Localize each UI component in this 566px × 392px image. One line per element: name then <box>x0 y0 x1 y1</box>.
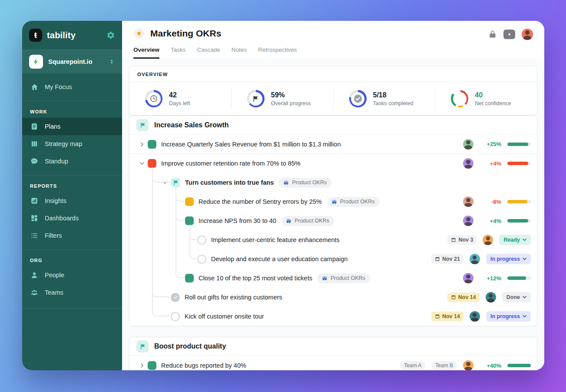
tree-guide-elbow <box>189 249 196 259</box>
team-tag[interactable]: Team B <box>431 361 457 370</box>
chevron-down-icon[interactable] <box>136 160 148 166</box>
kr-status-square <box>148 361 156 370</box>
task-circle-icon[interactable] <box>197 236 206 245</box>
row-right: -8% <box>463 196 531 207</box>
okr-row[interactable]: Turn customers into true fansProduct OKR… <box>129 173 537 192</box>
sidebar: ŧ tability Squarepoint.io My FocusWORKPl… <box>22 21 122 370</box>
status-dropdown[interactable]: In progress <box>486 254 531 264</box>
progress-delta: +4% <box>480 218 501 224</box>
product-okrs-tag[interactable]: Product OKRs <box>327 197 380 207</box>
okr-row[interactable]: Improve customer retention rate from 70%… <box>129 154 537 173</box>
metric-ring <box>451 90 468 107</box>
tree-guide-line <box>152 211 153 230</box>
workspace-switcher[interactable]: Squarepoint.io <box>22 50 122 74</box>
product-okrs-tag[interactable]: Product OKRs <box>281 216 334 226</box>
chat-icon <box>30 157 39 166</box>
kr-status-square <box>185 274 194 282</box>
row-title: Kick off customer onsite tour <box>185 313 264 320</box>
lock-icon[interactable] <box>488 30 497 39</box>
row-right: +12% <box>463 273 531 283</box>
metric-days-left: 42Days left <box>129 87 231 110</box>
task-done-icon[interactable] <box>171 293 180 302</box>
sidebar-item-strategy-map[interactable]: Strategy map <box>22 135 122 153</box>
progress-delta: +4% <box>480 160 501 167</box>
sidebar-nav: My FocusWORKPlansStrategy mapStandupREPO… <box>22 74 122 370</box>
tab-notes[interactable]: Notes <box>232 47 247 59</box>
status-dropdown[interactable]: In progress <box>486 311 531 322</box>
tree-guide-line <box>175 230 176 249</box>
user-avatar[interactable] <box>522 29 533 40</box>
tab-overview[interactable]: Overview <box>133 47 159 59</box>
row-right: Team ATeam B+40% <box>400 360 531 370</box>
metric-text: 40Net confidence <box>475 91 511 106</box>
tab-retrospectives[interactable]: Retrospectives <box>258 47 297 59</box>
row-title: Develop and execute a user education cam… <box>211 256 348 262</box>
tab-cascade[interactable]: Cascade <box>197 47 220 59</box>
okr-row[interactable]: Roll out gifts for existing customersNov… <box>129 288 537 307</box>
sidebar-item-dashboards[interactable]: Dashboards <box>22 209 122 227</box>
product-okrs-tag[interactable]: Product OKRs <box>318 273 370 283</box>
sidebar-item-standup[interactable]: Standup <box>22 153 122 170</box>
status-dropdown[interactable]: Ready <box>499 235 531 245</box>
okr-row[interactable]: Reduce bugs reported by 40%Team ATeam B+… <box>129 356 537 370</box>
okr-row[interactable]: Reduce the number of Sentry errors by 25… <box>129 192 537 211</box>
home-icon <box>30 83 39 91</box>
metric-value: 42 <box>169 91 190 99</box>
okr-row[interactable]: Increase Quarterly Sales Revenue from $1… <box>129 135 537 154</box>
okr-row[interactable]: Increase NPS from 30 to 40Product OKRs+4… <box>129 211 537 230</box>
plan-card: Boost product qualityReduce bugs reporte… <box>129 337 537 370</box>
plan-rows: Reduce bugs reported by 40%Team ATeam B+… <box>129 356 537 370</box>
product-okrs-tag[interactable]: Product OKRs <box>279 178 331 188</box>
sidebar-item-label: People <box>45 272 64 279</box>
okr-row[interactable]: Develop and execute a user education cam… <box>129 249 537 269</box>
due-date-pill: Nov 21 <box>431 254 463 264</box>
plan-flag-icon <box>136 340 149 352</box>
sidebar-divider <box>22 308 122 309</box>
plan-card-header[interactable]: Boost product quality <box>129 337 537 356</box>
task-circle-icon[interactable] <box>197 255 206 264</box>
metric-ring <box>145 90 162 107</box>
workspace-logo-icon <box>29 55 43 69</box>
sidebar-item-plans[interactable]: Plans <box>22 118 122 135</box>
team-tag[interactable]: Team A <box>400 361 425 370</box>
assignee-avatar <box>463 158 473 169</box>
sidebar-item-people[interactable]: People <box>22 266 122 284</box>
kr-status-square <box>185 216 194 225</box>
plan-card-header[interactable]: Increase Sales Growth <box>129 116 537 135</box>
sidebar-item-teams[interactable]: Teams <box>22 284 122 301</box>
plan-flag-icon <box>136 119 149 131</box>
kr-status-square <box>148 159 156 168</box>
sidebar-section: WORKPlansStrategy mapStandup <box>22 101 122 173</box>
metric-text: 42Days left <box>169 91 190 106</box>
task-circle-icon[interactable] <box>171 312 180 321</box>
sidebar-item-label: Filters <box>45 232 62 239</box>
sidebar-item-insights[interactable]: Insights <box>22 192 122 209</box>
assignee-avatar <box>486 292 496 302</box>
sidebar-item-filters[interactable]: Filters <box>22 227 122 244</box>
chevron-right-icon[interactable] <box>136 141 148 147</box>
tree-guide-line <box>152 269 153 288</box>
due-date-pill: Nov 14 <box>431 312 463 321</box>
row-right: +25% <box>463 139 531 149</box>
due-date-pill: Nov 3 <box>447 235 477 245</box>
tree-guide-elbow <box>175 192 184 202</box>
okr-row[interactable]: Close 10 of the top 25 most voted ticket… <box>129 269 537 288</box>
status-dropdown[interactable]: Done <box>502 292 531 302</box>
okr-row[interactable]: Implement user-centric feature enhanceme… <box>129 230 537 249</box>
settings-gear-icon[interactable] <box>106 31 115 40</box>
plan-card-title: Boost product quality <box>154 342 226 350</box>
chevron-right-icon[interactable] <box>136 362 148 369</box>
row-title: Turn customers into true fans <box>185 179 274 186</box>
tab-tasks[interactable]: Tasks <box>171 47 186 59</box>
progress-bar <box>507 219 531 223</box>
sidebar-item-my-focus[interactable]: My Focus <box>22 78 122 96</box>
flower-emoji-icon <box>133 28 145 39</box>
sidebar-section-label: REPORTS <box>22 179 122 192</box>
metric-ring <box>247 90 265 107</box>
progress-delta: +40% <box>480 362 501 369</box>
assignee-avatar <box>463 273 473 283</box>
okr-row[interactable]: Kick off customer onsite tourNov 14In pr… <box>129 307 537 326</box>
sidebar-item-label: Standup <box>45 158 68 165</box>
video-play-button[interactable] <box>503 30 515 39</box>
row-title: Increase NPS from 30 to 40 <box>199 217 276 224</box>
